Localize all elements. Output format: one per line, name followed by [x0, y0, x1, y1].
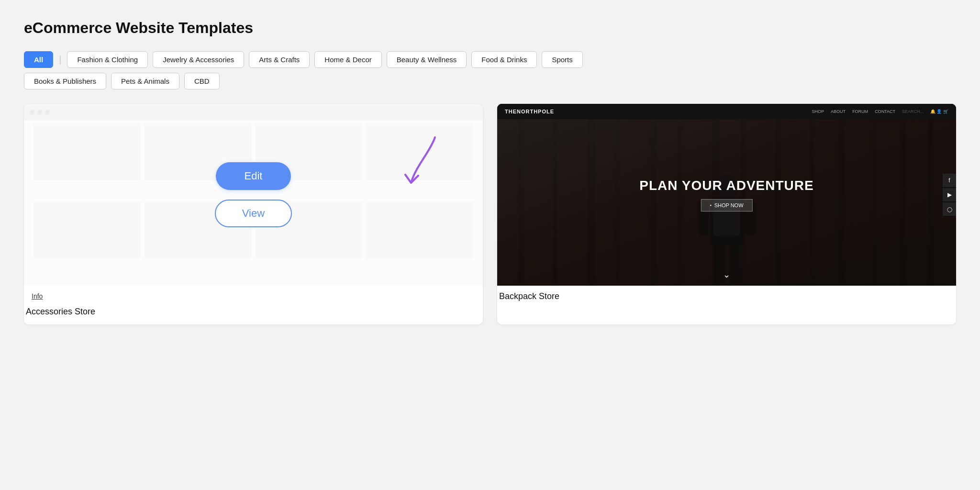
- nav-about: ABOUT: [831, 109, 846, 114]
- edit-button[interactable]: Edit: [216, 162, 291, 190]
- filter-food[interactable]: Food & Drinks: [471, 51, 537, 68]
- template-preview-backpack: THENORTHPOLE SHOP ABOUT FORUM CONTACT SE…: [497, 104, 956, 286]
- social-sidebar: f ▶ ◯: [943, 174, 956, 216]
- view-button[interactable]: View: [215, 200, 292, 227]
- nav-forum: FORUM: [852, 109, 868, 114]
- scroll-arrow[interactable]: ⌄: [723, 269, 730, 280]
- template-card-accessories: Edit View Info Accessories Store: [24, 104, 483, 324]
- nav-search: SEARCH...: [902, 109, 924, 114]
- facebook-button[interactable]: f: [943, 174, 956, 187]
- filter-cbd[interactable]: CBD: [184, 73, 220, 89]
- nav-shop: SHOP: [812, 109, 824, 114]
- nav-icons: 🔔 👤 🛒: [930, 109, 948, 114]
- filter-jewelry[interactable]: Jewelry & Accessories: [153, 51, 244, 68]
- svg-rect-1: [518, 104, 524, 286]
- shop-now-icon: ▪: [710, 203, 711, 208]
- filter-pets[interactable]: Pets & Animals: [111, 73, 179, 89]
- backpack-brand: THENORTHPOLE: [505, 109, 554, 114]
- svg-rect-11: [838, 104, 845, 286]
- filter-all[interactable]: All: [24, 51, 53, 68]
- template-card-backpack: THENORTHPOLE SHOP ABOUT FORUM CONTACT SE…: [497, 104, 956, 324]
- svg-rect-4: [615, 104, 619, 286]
- arrow-annotation: [387, 133, 445, 197]
- svg-rect-12: [873, 108, 876, 286]
- backpack-topbar: THENORTHPOLE SHOP ABOUT FORUM CONTACT SE…: [497, 104, 956, 119]
- youtube-button[interactable]: ▶: [943, 188, 956, 201]
- separator: |: [59, 51, 61, 68]
- nav-contact: CONTACT: [875, 109, 895, 114]
- template-name-backpack: Backpack Store: [499, 291, 559, 301]
- filter-row-1: All | Fashion & Clothing Jewelry & Acces…: [24, 51, 956, 68]
- templates-grid: Edit View Info Accessories Store THENORT…: [24, 104, 956, 324]
- template-name-accessories: Accessories Store: [24, 304, 95, 324]
- page-title: eCommerce Website Templates: [24, 19, 956, 37]
- backpack-scene: THENORTHPOLE SHOP ABOUT FORUM CONTACT SE…: [497, 104, 956, 286]
- instagram-button[interactable]: ◯: [943, 202, 956, 216]
- filter-arts[interactable]: Arts & Crafts: [249, 51, 310, 68]
- shop-now-label: SHOP NOW: [714, 202, 744, 208]
- hero-text-container: PLAN YOUR ADVENTURE ▪ SHOP NOW: [639, 178, 813, 212]
- hero-headline: PLAN YOUR ADVENTURE: [639, 178, 813, 193]
- svg-rect-22: [729, 243, 740, 284]
- svg-rect-14: [928, 104, 933, 286]
- info-link[interactable]: Info: [32, 292, 43, 300]
- svg-rect-2: [553, 104, 557, 286]
- filter-row-2: Books & Publishers Pets & Animals CBD: [24, 73, 956, 89]
- shop-now-button[interactable]: ▪ SHOP NOW: [701, 199, 752, 212]
- filter-fashion[interactable]: Fashion & Clothing: [67, 51, 148, 68]
- filter-beauty[interactable]: Beauty & Wellness: [387, 51, 467, 68]
- svg-rect-3: [588, 108, 595, 286]
- filter-books[interactable]: Books & Publishers: [24, 73, 106, 89]
- filter-sports[interactable]: Sports: [542, 51, 582, 68]
- backpack-nav: SHOP ABOUT FORUM CONTACT SEARCH... 🔔 👤 🛒: [812, 109, 948, 114]
- template-preview-accessories: Edit View: [24, 104, 483, 286]
- filter-home[interactable]: Home & Decor: [314, 51, 381, 68]
- svg-rect-13: [901, 104, 906, 286]
